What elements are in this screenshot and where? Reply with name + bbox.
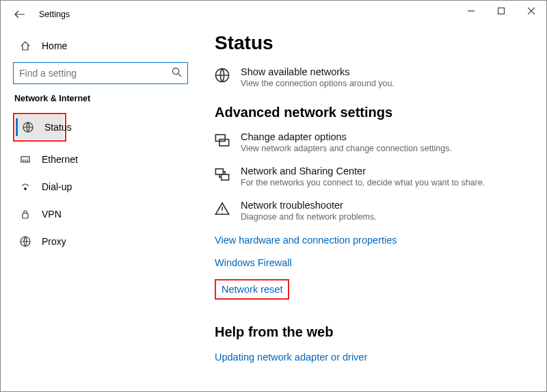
sidebar-home-label: Home xyxy=(42,40,67,51)
globe-icon xyxy=(23,122,34,133)
close-button[interactable] xyxy=(516,1,546,21)
row-sharing-center[interactable]: Network and Sharing Center For the netwo… xyxy=(215,166,539,187)
sidebar-item-vpn[interactable]: VPN xyxy=(13,202,191,226)
window-title: Settings xyxy=(39,10,70,19)
sharing-icon xyxy=(215,167,230,182)
ethernet-icon xyxy=(20,154,31,165)
search-input[interactable] xyxy=(19,68,172,79)
highlight-network-reset: Network reset xyxy=(215,279,289,300)
row-desc: For the networks you connect to, decide … xyxy=(241,178,485,187)
adapter-icon xyxy=(215,133,230,148)
sidebar-item-status[interactable]: Status xyxy=(16,115,64,140)
help-heading: Help from the web xyxy=(215,324,539,340)
row-available-networks[interactable]: Show available networks View the connect… xyxy=(215,66,539,88)
advanced-heading: Advanced network settings xyxy=(215,105,539,120)
row-title: Network troubleshooter xyxy=(241,200,377,211)
sidebar-item-label: Status xyxy=(44,122,72,133)
svg-rect-0 xyxy=(498,8,505,14)
page-heading: Status xyxy=(215,32,539,54)
row-title: Show available networks xyxy=(241,66,395,77)
link-hardware-properties[interactable]: View hardware and connection properties xyxy=(215,235,397,246)
maximize-button[interactable] xyxy=(486,1,516,21)
row-desc: View network adapters and change connect… xyxy=(241,144,452,153)
back-button[interactable] xyxy=(13,8,27,21)
link-windows-firewall[interactable]: Windows Firewall xyxy=(215,257,292,268)
row-adapter-options[interactable]: Change adapter options View network adap… xyxy=(215,131,539,153)
svg-rect-5 xyxy=(23,213,28,218)
sidebar-item-label: Ethernet xyxy=(42,154,78,165)
window-controls xyxy=(456,1,546,21)
sidebar-item-ethernet[interactable]: Ethernet xyxy=(13,147,191,172)
main-content: Status Show available networks View the … xyxy=(202,28,546,392)
highlight-status: Status xyxy=(13,113,66,142)
sidebar-section-label: Network & Internet xyxy=(14,94,191,103)
svg-point-4 xyxy=(25,188,27,190)
link-network-reset[interactable]: Network reset xyxy=(222,284,282,295)
warning-icon xyxy=(215,201,230,216)
search-wrap xyxy=(13,62,191,84)
search-icon xyxy=(172,67,182,80)
row-desc: Diagnose and fix network problems. xyxy=(241,212,377,222)
home-icon xyxy=(20,40,31,51)
row-desc: View the connection options around you. xyxy=(241,79,395,88)
svg-rect-10 xyxy=(215,169,223,174)
sidebar: Home Network & Internet Status xyxy=(1,28,202,392)
proxy-icon xyxy=(20,236,31,247)
globe-icon xyxy=(215,68,230,83)
search-box[interactable] xyxy=(13,62,188,84)
dialup-icon xyxy=(20,181,31,192)
row-title: Change adapter options xyxy=(241,131,452,142)
sidebar-item-label: VPN xyxy=(42,209,62,220)
sidebar-item-label: Dial-up xyxy=(42,181,72,192)
svg-rect-8 xyxy=(215,135,225,142)
svg-rect-9 xyxy=(219,140,229,146)
link-help-updating[interactable]: Updating network adapter or driver xyxy=(215,352,367,363)
vpn-icon xyxy=(20,209,31,220)
sidebar-item-proxy[interactable]: Proxy xyxy=(13,229,191,254)
row-troubleshooter[interactable]: Network troubleshooter Diagnose and fix … xyxy=(215,200,539,222)
row-title: Network and Sharing Center xyxy=(241,166,485,177)
sidebar-item-dialup[interactable]: Dial-up xyxy=(13,174,191,199)
svg-rect-11 xyxy=(222,174,229,180)
svg-point-1 xyxy=(172,68,178,74)
sidebar-home[interactable]: Home xyxy=(13,34,191,58)
minimize-button[interactable] xyxy=(456,1,486,21)
sidebar-item-label: Proxy xyxy=(42,236,66,247)
